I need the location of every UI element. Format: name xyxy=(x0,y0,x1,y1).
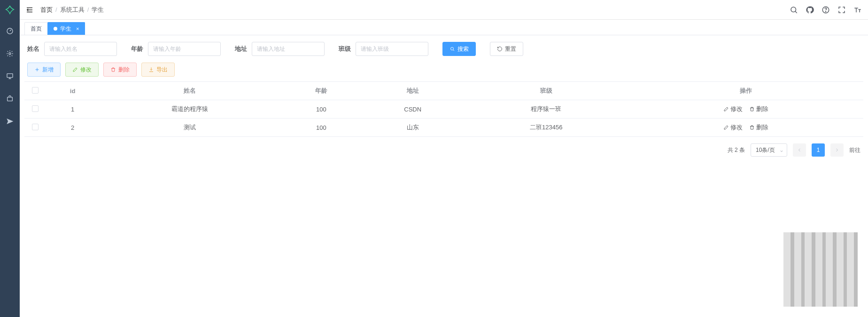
tab-home[interactable]: 首页 xyxy=(24,22,48,35)
cell-addr: 山东 xyxy=(362,119,464,137)
sidebar-item-dashboard[interactable] xyxy=(0,25,20,37)
github-icon[interactable] xyxy=(805,5,814,15)
search-button[interactable]: 搜索 xyxy=(442,42,476,56)
breadcrumb: 首页 / 系统工具 / 学生 xyxy=(40,6,104,14)
sidebar-item-monitor[interactable] xyxy=(0,71,20,82)
cell-addr: CSDN xyxy=(362,100,464,119)
sidebar-item-send[interactable] xyxy=(0,116,20,127)
cell-class: 二班123456 xyxy=(464,119,628,137)
app-logo xyxy=(0,0,20,20)
page-1-button[interactable]: 1 xyxy=(812,143,825,157)
reset-button[interactable]: 重置 xyxy=(490,42,523,56)
select-all-checkbox[interactable] xyxy=(32,87,39,94)
cell-id: 1 xyxy=(46,100,99,119)
svg-point-6 xyxy=(825,11,826,12)
col-class: 班级 xyxy=(464,82,628,100)
prev-page-button[interactable] xyxy=(793,143,806,157)
search-button-label: 搜索 xyxy=(457,45,469,53)
add-button[interactable]: 新增 xyxy=(27,63,61,77)
row-edit-button[interactable]: 修改 xyxy=(723,123,743,132)
addr-input[interactable] xyxy=(252,42,325,56)
svg-rect-3 xyxy=(8,97,13,101)
breadcrumb-home[interactable]: 首页 xyxy=(40,6,53,14)
cell-id: 2 xyxy=(46,119,99,137)
next-page-button[interactable] xyxy=(830,143,844,157)
page-size-label: 10条/页 xyxy=(756,146,775,154)
search-form: 姓名 年龄 地址 班级 搜索 xyxy=(24,42,863,56)
delete-button-label: 删除 xyxy=(118,66,130,74)
cell-class: 程序猿一班 xyxy=(464,100,628,119)
export-button[interactable]: 导出 xyxy=(141,63,175,77)
age-input[interactable] xyxy=(148,42,221,56)
svg-rect-2 xyxy=(7,74,13,78)
edit-button[interactable]: 修改 xyxy=(65,63,99,77)
col-addr: 地址 xyxy=(362,82,464,100)
name-input[interactable] xyxy=(44,42,117,56)
tab-student[interactable]: 学生 × xyxy=(47,22,85,35)
page-size-select[interactable]: 10条/页 ⌄ xyxy=(751,143,787,157)
chevron-down-icon: ⌄ xyxy=(779,147,784,153)
svg-point-7 xyxy=(451,48,454,50)
row-delete-button[interactable]: 删除 xyxy=(749,123,768,132)
breadcrumb-mid[interactable]: 系统工具 xyxy=(60,6,85,14)
col-age: 年龄 xyxy=(281,82,362,100)
reset-button-label: 重置 xyxy=(505,45,516,53)
active-dot-icon xyxy=(54,27,57,31)
tab-student-label: 学生 xyxy=(60,25,71,33)
sidebar-menu xyxy=(0,20,20,127)
breadcrumb-sep: / xyxy=(87,6,89,13)
table-row: 1 霸道的程序猿 100 CSDN 程序猿一班 修改 删除 xyxy=(24,100,863,119)
row-delete-button[interactable]: 删除 xyxy=(749,105,768,113)
delete-button[interactable]: 删除 xyxy=(103,63,137,77)
sidebar-item-settings[interactable] xyxy=(0,48,20,59)
toolbar: 新增 修改 删除 导出 xyxy=(24,63,863,77)
sidebar xyxy=(0,0,20,317)
tab-home-label: 首页 xyxy=(31,25,42,33)
help-icon[interactable] xyxy=(821,5,830,15)
sidebar-item-tool[interactable] xyxy=(0,93,20,104)
qr-code xyxy=(781,230,860,309)
class-input[interactable] xyxy=(356,42,428,56)
row-checkbox[interactable] xyxy=(32,124,39,130)
search-icon[interactable] xyxy=(789,5,798,15)
name-label: 姓名 xyxy=(27,45,39,53)
topbar: 首页 / 系统工具 / 学生 xyxy=(20,0,868,20)
row-edit-button[interactable]: 修改 xyxy=(723,105,743,113)
export-button-label: 导出 xyxy=(156,66,168,74)
row-checkbox[interactable] xyxy=(32,105,39,112)
addr-label: 地址 xyxy=(235,45,247,53)
table-row: 2 测试 100 山东 二班123456 修改 删除 xyxy=(24,119,863,137)
close-icon[interactable]: × xyxy=(76,26,79,32)
breadcrumb-last: 学生 xyxy=(92,6,104,14)
fullscreen-icon[interactable] xyxy=(837,5,846,15)
col-ops: 操作 xyxy=(628,82,863,100)
font-size-icon[interactable] xyxy=(853,5,862,15)
cell-age: 100 xyxy=(281,119,362,137)
col-name: 姓名 xyxy=(99,82,280,100)
collapse-sidebar-icon[interactable] xyxy=(25,6,34,14)
svg-point-1 xyxy=(9,53,11,55)
data-table: id 姓名 年龄 地址 班级 操作 1 霸道的程序猿 100 CSDN xyxy=(24,81,863,137)
cell-name: 霸道的程序猿 xyxy=(99,100,280,119)
pagination: 共 2 条 10条/页 ⌄ 1 前往 xyxy=(24,137,863,157)
pagination-total: 共 2 条 xyxy=(728,146,745,154)
age-label: 年龄 xyxy=(131,45,143,53)
breadcrumb-sep: / xyxy=(55,6,57,13)
svg-point-4 xyxy=(791,7,796,12)
cell-age: 100 xyxy=(281,100,362,119)
goto-label: 前往 xyxy=(849,146,860,154)
class-label: 班级 xyxy=(339,45,351,53)
tabs-bar: 首页 学生 × xyxy=(20,20,868,35)
add-button-label: 新增 xyxy=(42,66,54,74)
col-id: id xyxy=(46,82,99,100)
edit-button-label: 修改 xyxy=(80,66,92,74)
cell-name: 测试 xyxy=(99,119,280,137)
